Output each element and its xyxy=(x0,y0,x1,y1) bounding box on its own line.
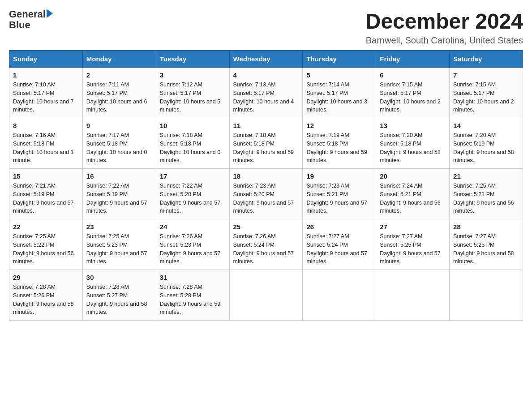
calendar-day-cell: 22Sunrise: 7:25 AMSunset: 5:22 PMDayligh… xyxy=(9,219,83,270)
month-title: December 2024 xyxy=(365,9,523,34)
calendar-header-row: SundayMondayTuesdayWednesdayThursdayFrid… xyxy=(9,51,523,68)
day-info: Sunrise: 7:25 AMSunset: 5:23 PMDaylight:… xyxy=(86,232,152,266)
day-info: Sunrise: 7:10 AMSunset: 5:17 PMDaylight:… xyxy=(13,81,79,114)
day-number: 24 xyxy=(160,223,226,231)
day-info: Sunrise: 7:15 AMSunset: 5:17 PMDaylight:… xyxy=(453,81,519,114)
calendar-day-cell: 8Sunrise: 7:16 AMSunset: 5:18 PMDaylight… xyxy=(9,118,83,169)
day-number: 15 xyxy=(13,172,79,180)
logo-general-text: General xyxy=(9,9,46,20)
calendar-day-cell: 20Sunrise: 7:24 AMSunset: 5:21 PMDayligh… xyxy=(376,169,450,219)
day-number: 23 xyxy=(86,223,152,231)
calendar-day-cell: 17Sunrise: 7:22 AMSunset: 5:20 PMDayligh… xyxy=(156,169,229,219)
day-of-week-header: Thursday xyxy=(303,51,376,68)
day-number: 28 xyxy=(453,223,519,231)
calendar-day-cell: 16Sunrise: 7:22 AMSunset: 5:19 PMDayligh… xyxy=(82,169,156,219)
day-info: Sunrise: 7:22 AMSunset: 5:20 PMDaylight:… xyxy=(160,182,226,215)
day-info: Sunrise: 7:25 AMSunset: 5:21 PMDaylight:… xyxy=(453,182,519,215)
day-number: 8 xyxy=(13,122,79,129)
calendar-day-cell xyxy=(303,270,376,321)
calendar-day-cell xyxy=(450,270,523,321)
day-info: Sunrise: 7:20 AMSunset: 5:18 PMDaylight:… xyxy=(380,131,446,165)
day-info: Sunrise: 7:16 AMSunset: 5:18 PMDaylight:… xyxy=(13,131,79,165)
calendar-table: SundayMondayTuesdayWednesdayThursdayFrid… xyxy=(9,50,523,321)
calendar-day-cell: 27Sunrise: 7:27 AMSunset: 5:25 PMDayligh… xyxy=(376,219,450,270)
day-number: 17 xyxy=(160,172,226,180)
page-header: General Blue December 2024 Barnwell, Sou… xyxy=(9,9,523,46)
day-info: Sunrise: 7:14 AMSunset: 5:17 PMDaylight:… xyxy=(306,81,372,114)
calendar-week-row: 22Sunrise: 7:25 AMSunset: 5:22 PMDayligh… xyxy=(9,219,523,270)
day-number: 21 xyxy=(453,172,519,180)
day-number: 20 xyxy=(380,172,446,180)
calendar-day-cell: 11Sunrise: 7:18 AMSunset: 5:18 PMDayligh… xyxy=(229,118,303,169)
calendar-day-cell: 26Sunrise: 7:27 AMSunset: 5:24 PMDayligh… xyxy=(303,219,376,270)
calendar-day-cell: 19Sunrise: 7:23 AMSunset: 5:21 PMDayligh… xyxy=(303,169,376,219)
calendar-week-row: 29Sunrise: 7:28 AMSunset: 5:26 PMDayligh… xyxy=(9,270,523,321)
calendar-day-cell: 29Sunrise: 7:28 AMSunset: 5:26 PMDayligh… xyxy=(9,270,83,321)
calendar-day-cell: 6Sunrise: 7:15 AMSunset: 5:17 PMDaylight… xyxy=(376,68,450,118)
day-info: Sunrise: 7:23 AMSunset: 5:21 PMDaylight:… xyxy=(306,182,372,215)
calendar-day-cell: 7Sunrise: 7:15 AMSunset: 5:17 PMDaylight… xyxy=(450,68,523,118)
calendar-day-cell: 5Sunrise: 7:14 AMSunset: 5:17 PMDaylight… xyxy=(303,68,376,118)
day-info: Sunrise: 7:26 AMSunset: 5:24 PMDaylight:… xyxy=(233,232,299,266)
calendar-day-cell: 30Sunrise: 7:28 AMSunset: 5:27 PMDayligh… xyxy=(82,270,156,321)
day-info: Sunrise: 7:21 AMSunset: 5:19 PMDaylight:… xyxy=(13,182,79,215)
day-info: Sunrise: 7:22 AMSunset: 5:19 PMDaylight:… xyxy=(86,182,152,215)
day-number: 5 xyxy=(306,71,372,79)
day-number: 1 xyxy=(13,71,79,79)
day-number: 2 xyxy=(86,71,152,79)
calendar-day-cell: 13Sunrise: 7:20 AMSunset: 5:18 PMDayligh… xyxy=(376,118,450,169)
calendar-day-cell: 23Sunrise: 7:25 AMSunset: 5:23 PMDayligh… xyxy=(82,219,156,270)
day-info: Sunrise: 7:17 AMSunset: 5:18 PMDaylight:… xyxy=(86,131,152,165)
day-of-week-header: Saturday xyxy=(450,51,523,68)
day-info: Sunrise: 7:26 AMSunset: 5:23 PMDaylight:… xyxy=(160,232,226,266)
calendar-day-cell: 24Sunrise: 7:26 AMSunset: 5:23 PMDayligh… xyxy=(156,219,229,270)
day-number: 19 xyxy=(306,172,372,180)
day-info: Sunrise: 7:19 AMSunset: 5:18 PMDaylight:… xyxy=(306,131,372,165)
day-number: 18 xyxy=(233,172,299,180)
day-number: 11 xyxy=(233,122,299,129)
day-info: Sunrise: 7:13 AMSunset: 5:17 PMDaylight:… xyxy=(233,81,299,114)
day-number: 6 xyxy=(380,71,446,79)
logo: General Blue xyxy=(9,9,53,30)
day-info: Sunrise: 7:27 AMSunset: 5:25 PMDaylight:… xyxy=(380,232,446,266)
calendar-day-cell: 25Sunrise: 7:26 AMSunset: 5:24 PMDayligh… xyxy=(229,219,303,270)
logo-blue-text: Blue xyxy=(9,19,30,30)
day-number: 26 xyxy=(306,223,372,231)
day-of-week-header: Monday xyxy=(82,51,156,68)
calendar-day-cell: 31Sunrise: 7:28 AMSunset: 5:28 PMDayligh… xyxy=(156,270,229,321)
day-number: 31 xyxy=(160,274,226,281)
calendar-day-cell: 14Sunrise: 7:20 AMSunset: 5:19 PMDayligh… xyxy=(450,118,523,169)
day-info: Sunrise: 7:28 AMSunset: 5:26 PMDaylight:… xyxy=(13,283,79,317)
day-info: Sunrise: 7:23 AMSunset: 5:20 PMDaylight:… xyxy=(233,182,299,215)
calendar-day-cell: 4Sunrise: 7:13 AMSunset: 5:17 PMDaylight… xyxy=(229,68,303,118)
calendar-day-cell: 2Sunrise: 7:11 AMSunset: 5:17 PMDaylight… xyxy=(82,68,156,118)
day-of-week-header: Friday xyxy=(376,51,450,68)
day-of-week-header: Tuesday xyxy=(156,51,229,68)
day-info: Sunrise: 7:27 AMSunset: 5:25 PMDaylight:… xyxy=(453,232,519,266)
day-info: Sunrise: 7:12 AMSunset: 5:17 PMDaylight:… xyxy=(160,81,226,114)
day-number: 29 xyxy=(13,274,79,281)
day-number: 22 xyxy=(13,223,79,231)
day-info: Sunrise: 7:18 AMSunset: 5:18 PMDaylight:… xyxy=(160,131,226,165)
day-number: 7 xyxy=(453,71,519,79)
title-area: December 2024 Barnwell, South Carolina, … xyxy=(365,9,523,46)
day-info: Sunrise: 7:27 AMSunset: 5:24 PMDaylight:… xyxy=(306,232,372,266)
day-number: 27 xyxy=(380,223,446,231)
day-number: 12 xyxy=(306,122,372,129)
location-subtitle: Barnwell, South Carolina, United States xyxy=(365,35,523,46)
day-info: Sunrise: 7:18 AMSunset: 5:18 PMDaylight:… xyxy=(233,131,299,165)
calendar-day-cell: 12Sunrise: 7:19 AMSunset: 5:18 PMDayligh… xyxy=(303,118,376,169)
day-of-week-header: Wednesday xyxy=(229,51,303,68)
calendar-week-row: 15Sunrise: 7:21 AMSunset: 5:19 PMDayligh… xyxy=(9,169,523,219)
day-number: 14 xyxy=(453,122,519,129)
day-info: Sunrise: 7:11 AMSunset: 5:17 PMDaylight:… xyxy=(86,81,152,114)
day-number: 4 xyxy=(233,71,299,79)
day-number: 3 xyxy=(160,71,226,79)
calendar-day-cell: 18Sunrise: 7:23 AMSunset: 5:20 PMDayligh… xyxy=(229,169,303,219)
calendar-day-cell xyxy=(376,270,450,321)
calendar-day-cell: 15Sunrise: 7:21 AMSunset: 5:19 PMDayligh… xyxy=(9,169,83,219)
day-number: 16 xyxy=(86,172,152,180)
calendar-week-row: 8Sunrise: 7:16 AMSunset: 5:18 PMDaylight… xyxy=(9,118,523,169)
day-number: 30 xyxy=(86,274,152,281)
day-info: Sunrise: 7:20 AMSunset: 5:19 PMDaylight:… xyxy=(453,131,519,165)
